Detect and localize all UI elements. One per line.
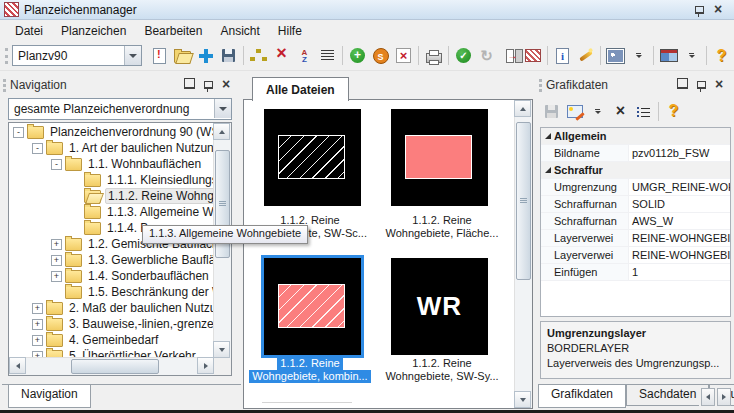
window-layout-button[interactable] (657, 45, 680, 67)
tree-horizontal-scrollbar[interactable] (9, 357, 214, 375)
pin-icon[interactable] (695, 3, 704, 17)
property-value[interactable]: REINE-WOHNGEBIET (628, 230, 730, 246)
property-group[interactable]: Allgemein (541, 128, 730, 145)
save-disabled-button[interactable] (540, 100, 563, 122)
scroll-down-button[interactable] (514, 391, 531, 408)
menu-item-bearbeiten[interactable]: Bearbeiten (135, 22, 211, 40)
tree-item[interactable]: 2. Maß der baulichen Nutzung (9, 300, 214, 316)
profile-combobox[interactable]: Planzv90 (12, 45, 142, 66)
toolbar-grip[interactable] (5, 48, 8, 64)
expand-icon[interactable] (32, 335, 43, 346)
menu-item-hilfe[interactable]: Hilfe (269, 22, 311, 40)
property-value[interactable]: pzv0112b_FSW (628, 145, 730, 161)
add-button[interactable] (194, 45, 217, 67)
files-vertical-scrollbar[interactable] (514, 100, 532, 408)
add-circle-button[interactable] (346, 45, 369, 67)
expand-icon[interactable] (51, 255, 62, 266)
property-value[interactable]: REINE-WOHNGEBIET (628, 247, 730, 263)
property-row[interactable]: SchraffurnanAWS_W (541, 213, 730, 230)
tree-item[interactable]: 1.1. Wohnbauflächen (9, 156, 214, 172)
menu-item-datei[interactable]: Datei (6, 22, 52, 40)
delete-branch-button[interactable] (270, 45, 293, 67)
tree-item[interactable]: 1.5. Beschränkung der Wo (9, 284, 214, 300)
property-value[interactable]: SOLID (628, 196, 730, 212)
scrollbar-thumb[interactable] (71, 359, 159, 374)
pin-icon[interactable] (697, 78, 706, 92)
close-icon[interactable] (715, 79, 725, 91)
panel-grip[interactable] (3, 79, 6, 92)
delete-button[interactable] (609, 100, 632, 122)
expand-icon[interactable] (51, 271, 62, 282)
scroll-left-button[interactable] (9, 357, 26, 374)
hatch-image-button[interactable] (521, 45, 544, 67)
float-window-icon[interactable] (677, 78, 688, 92)
collapse-icon[interactable] (13, 127, 24, 138)
panel-grip[interactable] (539, 79, 542, 92)
new-file-button[interactable] (148, 45, 171, 67)
symbol-thumbnail[interactable] (261, 255, 364, 358)
tab-navigation[interactable]: Navigation (8, 385, 91, 408)
edit-button[interactable] (563, 100, 586, 122)
tree-item[interactable]: 1.1.3. Allgemeine Woh (9, 204, 214, 220)
dropdown-button[interactable] (627, 45, 650, 67)
dropdown-button[interactable] (586, 100, 609, 122)
property-row[interactable]: LayerverweiREINE-WOHNGEBIET (541, 247, 730, 264)
tree-item[interactable]: 3. Bauweise,-linien,-grenzen (9, 316, 214, 332)
collapse-icon[interactable] (32, 143, 43, 154)
property-value[interactable]: 1 (628, 264, 730, 280)
expand-icon[interactable] (32, 319, 43, 330)
property-row[interactable]: LayerverweiREINE-WOHNGEBIET (541, 230, 730, 247)
expand-icon[interactable] (51, 239, 62, 250)
property-row[interactable]: Einfügen1 (541, 264, 730, 281)
property-row[interactable]: Bildnamepzv0112b_FSW (541, 145, 730, 162)
info-doc-button[interactable] (551, 45, 574, 67)
sort-az-button[interactable] (293, 45, 316, 67)
numbered-list-button[interactable] (632, 100, 655, 122)
close-icon[interactable] (714, 4, 724, 16)
scrollbar-thumb[interactable] (516, 122, 531, 280)
expand-icon[interactable] (32, 303, 43, 314)
tree-item[interactable]: 1. Art der baulichen Nutzung (9, 140, 214, 156)
dropdown-button[interactable] (680, 45, 703, 67)
delete-box-button[interactable] (392, 45, 415, 67)
menu-item-planzeichen[interactable]: Planzeichen (52, 22, 135, 40)
tree-filter-combobox[interactable]: gesamte Planzeichenverordnung (8, 98, 232, 120)
refresh-button[interactable] (475, 45, 498, 67)
image-preview-button[interactable] (604, 45, 627, 67)
collapse-icon[interactable] (51, 159, 62, 170)
open-folder-button[interactable] (171, 45, 194, 67)
list-view-button[interactable] (316, 45, 339, 67)
tree-item[interactable]: 4. Gemeinbedarf (9, 332, 214, 348)
symbol-thumbnail[interactable] (264, 109, 361, 206)
scroll-up-button[interactable] (514, 100, 531, 117)
help-button[interactable] (662, 100, 685, 122)
tree-item[interactable]: 1.1.2. Reine Wohngeb (9, 188, 214, 204)
wand-button[interactable] (574, 45, 597, 67)
tree-item[interactable]: 1.3. Gewerbliche Baufläche (9, 252, 214, 268)
panel-transfer-button[interactable] (498, 45, 521, 67)
tab-sachdaten[interactable]: Sachdaten (626, 385, 709, 406)
tree-item[interactable]: 1.4. Sonderbauflächen (9, 268, 214, 284)
property-value[interactable]: AWS_W (628, 213, 730, 229)
symbol-thumbnail[interactable] (391, 109, 488, 206)
property-row[interactable]: UmgrenzungUMGR_REINE-WOHN (541, 179, 730, 196)
property-group[interactable]: Schraffur (541, 162, 730, 179)
print-button[interactable] (422, 45, 445, 67)
tab-grafikdaten[interactable]: Grafikdaten (538, 385, 626, 408)
apply-check-button[interactable] (452, 45, 475, 67)
tab-alle-dateien[interactable]: Alle Dateien (252, 77, 349, 101)
close-icon[interactable] (222, 79, 232, 91)
save-button[interactable] (217, 45, 240, 67)
scroll-up-button[interactable] (213, 123, 230, 140)
s-coin-button[interactable] (369, 45, 392, 67)
tab-scroll-right-button[interactable] (717, 388, 731, 406)
tree-item[interactable]: 1.1.1. Kleinsiedlungsge (9, 172, 214, 188)
tree-item[interactable]: Planzeichenverordnung 90 (WS LA (9, 124, 214, 140)
combo-dropdown-icon[interactable] (124, 46, 141, 65)
combo-dropdown-icon[interactable] (214, 99, 231, 118)
float-window-icon[interactable] (184, 78, 195, 92)
menu-item-ansicht[interactable]: Ansicht (211, 22, 268, 40)
property-value[interactable]: UMGR_REINE-WOHN (628, 179, 730, 195)
symbol-thumbnail[interactable]: WR (391, 258, 488, 355)
pin-icon[interactable] (204, 78, 213, 92)
